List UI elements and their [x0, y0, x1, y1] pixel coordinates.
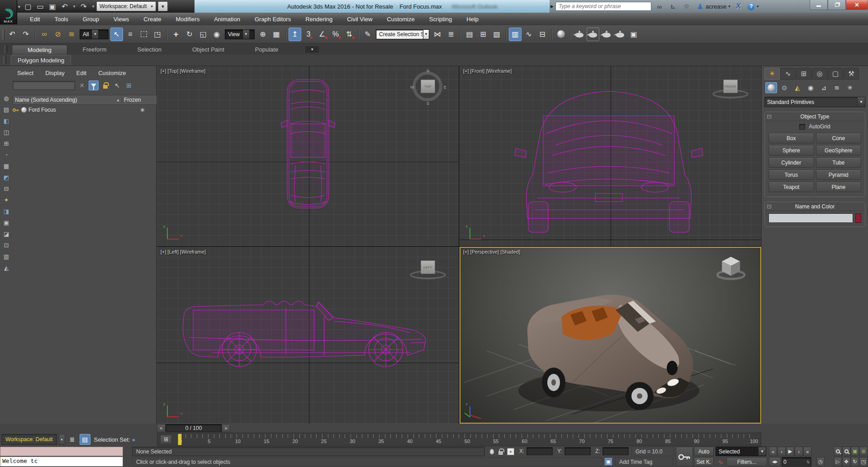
layers-icon[interactable]: ≣: [67, 434, 78, 445]
select-children-icon[interactable]: ⊞: [124, 80, 134, 90]
frame-back-button[interactable]: <: [157, 424, 166, 432]
explorer-tool-button[interactable]: ◧: [2, 117, 11, 125]
explorer-tool-button[interactable]: ▣: [2, 218, 11, 226]
separator[interactable]: [504, 28, 508, 41]
toolbar-grip[interactable]: [2, 28, 5, 41]
help-icon[interactable]: ?: [747, 3, 755, 10]
menu-item[interactable]: Scripting: [423, 14, 459, 24]
go-start-button[interactable]: «: [769, 447, 777, 456]
reference-coordinate-dropdown[interactable]: View ▼: [225, 29, 255, 39]
object-type-button[interactable]: Cylinder: [768, 157, 814, 168]
iterative-render-button[interactable]: [614, 28, 626, 41]
go-end-button[interactable]: »: [803, 447, 811, 456]
window-crossing-button[interactable]: ◳: [151, 28, 164, 41]
explorer-tool-button[interactable]: ◫: [2, 128, 11, 136]
viewport-front[interactable]: [+] [Front] [Wireframe] FRONT z x: [460, 66, 761, 246]
separator[interactable]: [550, 28, 554, 41]
render-setup-button[interactable]: [573, 28, 586, 41]
time-config-button[interactable]: ◷: [816, 457, 825, 467]
save-file-button[interactable]: ▣: [48, 1, 57, 11]
pan-button[interactable]: ✥: [842, 457, 850, 467]
object-type-button[interactable]: Plane: [816, 182, 862, 192]
explorer-menu-item[interactable]: Display: [41, 69, 69, 77]
viewcube[interactable]: FRONT: [714, 71, 748, 104]
search-icon[interactable]: ∞: [655, 2, 664, 11]
viewcube[interactable]: LEFT: [412, 251, 445, 285]
ribbon-tab-populate[interactable]: Populate: [240, 45, 294, 55]
select-move-button[interactable]: +: [170, 28, 182, 41]
bind-spacewarp-button[interactable]: ≋: [65, 28, 78, 41]
panel-tab-utilities[interactable]: ⚒: [844, 68, 859, 80]
primitive-category-dropdown[interactable]: Standard Primitives ▼: [764, 97, 865, 107]
viewcube-face[interactable]: FRONT: [723, 80, 738, 93]
set-key-button[interactable]: Set K.: [694, 457, 714, 467]
menu-item[interactable]: Animation: [208, 14, 247, 24]
explorer-tool-button[interactable]: ◍: [2, 94, 11, 102]
table-row[interactable]: Ford Focus ✳: [13, 105, 157, 115]
separator[interactable]: [165, 28, 169, 41]
snap-3d-button[interactable]: 3: [302, 28, 315, 41]
object-type-button[interactable]: Torus: [768, 170, 814, 180]
undo-button[interactable]: ↶: [60, 1, 69, 11]
ribbon-overflow-button[interactable]: ▼: [305, 46, 319, 53]
mini-track-icon[interactable]: ⊞: [160, 435, 172, 444]
viewport-label[interactable]: [+] [Front] [Wireframe]: [463, 68, 512, 74]
subtab-helpers[interactable]: ⊿: [818, 82, 830, 93]
menu-item[interactable]: Rendering: [299, 14, 339, 24]
layer-manager-button[interactable]: ▤: [463, 28, 476, 41]
snap-toggle-button[interactable]: ↥: [289, 28, 301, 41]
explorer-tool-button[interactable]: ▦: [2, 162, 11, 170]
object-type-button[interactable]: Teapot: [768, 182, 814, 192]
add-time-tag[interactable]: Add Time Tag: [615, 457, 673, 467]
explorer-tool-button[interactable]: ◨: [2, 207, 11, 215]
object-type-button[interactable]: Tube: [816, 157, 862, 168]
edit-named-selections-button[interactable]: ✎: [361, 28, 374, 41]
separator[interactable]: [33, 28, 37, 41]
maxscript-mini-listener[interactable]: [0, 447, 123, 456]
subtab-shapes[interactable]: ⊙: [778, 82, 790, 93]
panel-tab-modify[interactable]: ∿: [780, 68, 796, 80]
select-by-name-button[interactable]: ≡: [124, 28, 137, 41]
curve-editor-button[interactable]: ∿: [522, 28, 535, 41]
ribbon-grip[interactable]: [5, 45, 7, 53]
separator[interactable]: [284, 28, 288, 41]
user-icon[interactable]: ♟: [696, 2, 705, 11]
explorer-tool-button[interactable]: ⊡: [2, 241, 11, 249]
ribbon-grip[interactable]: [4, 56, 6, 64]
explorer-menu-item[interactable]: Customize: [94, 69, 130, 77]
zoom-extents-button[interactable]: ▣: [851, 447, 859, 456]
panel-tab-hierarchy[interactable]: ⊞: [796, 68, 811, 80]
panel-tab-display[interactable]: ▢: [828, 68, 843, 80]
search-history-arrow-icon[interactable]: ▶: [550, 4, 554, 9]
restore-button[interactable]: [828, 0, 846, 10]
redo-dropdown[interactable]: ▾: [91, 1, 95, 11]
next-frame-button[interactable]: ›: [795, 447, 803, 456]
menu-item[interactable]: Customize: [380, 14, 421, 24]
viewport-label[interactable]: [+] [Perspective] [Shaded]: [463, 249, 520, 255]
zoom-extents-all-button[interactable]: ⊞: [859, 447, 868, 456]
explorer-search-input[interactable]: [13, 81, 75, 90]
capture-button[interactable]: ▣: [627, 28, 640, 41]
frame-forward-button[interactable]: >: [222, 424, 230, 432]
workspace-selector-arrow[interactable]: ▾: [59, 434, 65, 445]
viewport-top[interactable]: [+] [Top] [Wireframe] N E S W TOP y x: [157, 66, 459, 246]
render-production-button[interactable]: [600, 28, 613, 41]
user-dropdown-icon[interactable]: ▾: [728, 4, 730, 9]
clear-search-icon[interactable]: ✕: [77, 80, 87, 90]
viewcube-face[interactable]: TOP: [421, 80, 435, 93]
select-rotate-button[interactable]: ↻: [183, 28, 196, 41]
ribbon-tab-freeform[interactable]: Freeform: [67, 45, 122, 55]
object-type-button[interactable]: GeoSphere: [816, 145, 862, 156]
x-coordinate-field[interactable]: [526, 447, 553, 455]
isolate-lamp-icon[interactable]: [488, 448, 496, 456]
viewport-label[interactable]: [+] [Left] [Wireframe]: [161, 249, 206, 255]
collapse-icon[interactable]: −: [767, 115, 771, 118]
explorer-menu-item[interactable]: Edit: [72, 69, 91, 77]
subtab-systems[interactable]: ✳: [844, 82, 856, 93]
manage-layers-button[interactable]: ⊞: [477, 28, 489, 41]
separator[interactable]: [568, 28, 572, 41]
scene-explorer-icon[interactable]: ▤: [80, 434, 90, 445]
key-filters-curve-icon[interactable]: ∿: [716, 458, 725, 466]
orbit-button[interactable]: ↻: [851, 457, 859, 467]
frozen-column-header[interactable]: Frozen: [122, 97, 141, 103]
